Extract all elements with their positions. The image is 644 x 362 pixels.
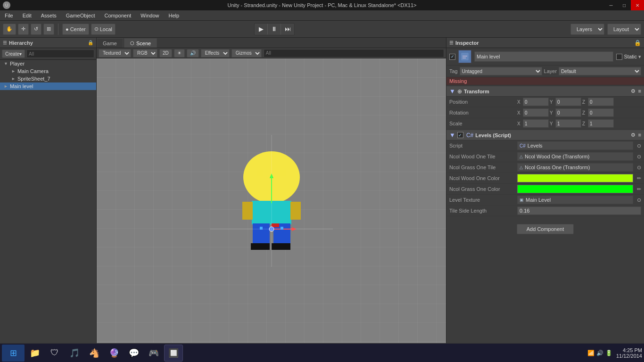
object-active-checkbox[interactable] [449, 54, 455, 60]
battery-icon[interactable]: 🔋 [605, 350, 612, 356]
ncol-wood-color-swatch[interactable] [517, 174, 633, 182]
pause-btn[interactable]: ⏸ [268, 24, 281, 35]
scene-tab[interactable]: ⬡ Scene [124, 38, 157, 48]
textured-select[interactable]: Textured [99, 49, 131, 58]
level-texture-icon: ▣ [520, 197, 524, 202]
inspector-object-row: Static ▾ [446, 48, 644, 66]
menu-window[interactable]: Window [136, 10, 164, 20]
taskbar-app-4[interactable]: 🔮 [105, 345, 124, 362]
levels-settings-icon[interactable]: ⚙ [631, 132, 636, 138]
layout-dropdown[interactable]: Layout [607, 24, 641, 35]
ncol-wood-color-picker[interactable]: ✏ [637, 175, 641, 181]
scene-search[interactable] [264, 49, 444, 58]
clock-date: 11/12/2014 [616, 353, 642, 359]
hand-tool-btn[interactable]: ✋ [3, 24, 16, 35]
hier-item-main-level[interactable]: ► Main level [0, 82, 96, 90]
lighting-btn[interactable]: ☀ [174, 49, 185, 58]
scale-z-label: Z [582, 121, 587, 126]
hier-item-player[interactable]: ▼ Player [0, 60, 96, 67]
taskbar-explorer[interactable]: 📁 [25, 345, 44, 362]
inspector-lock-icon[interactable]: 🔒 [634, 40, 641, 46]
transform-settings-icon[interactable]: ⚙ [631, 88, 636, 94]
pos-y-input[interactable] [555, 98, 581, 106]
transform-actions: ⚙ ≡ [631, 88, 641, 94]
hierarchy-title: Hierarchy [9, 40, 33, 46]
taskbar-app-6[interactable]: 🎮 [144, 345, 163, 362]
audio-btn[interactable]: 🔊 [187, 49, 199, 58]
menu-gameobject[interactable]: GameObject [61, 10, 100, 20]
tag-dropdown[interactable]: Untagged [460, 67, 542, 75]
network-icon[interactable]: 📶 [587, 350, 594, 356]
taskbar-app-2[interactable]: 🎵 [65, 345, 84, 362]
transform-expand-icon[interactable]: ▼ [449, 88, 455, 95]
taskbar-app-3[interactable]: 🐴 [85, 345, 104, 362]
add-component-btn[interactable]: Add Component [517, 224, 574, 234]
pos-z-input[interactable] [588, 98, 614, 106]
object-name-input[interactable] [474, 51, 613, 62]
scale-y-input[interactable] [555, 119, 581, 128]
ncol-grass-color-picker[interactable]: ✏ [637, 186, 641, 192]
minimize-btn[interactable]: ─ [604, 0, 618, 10]
tile-side-input[interactable] [517, 206, 641, 215]
play-btn[interactable]: ▶ [255, 24, 268, 35]
ncol-wood-tile-icon: △ [520, 154, 523, 159]
transform-context-icon[interactable]: ≡ [638, 88, 641, 94]
layers-dropdown[interactable]: Layers [570, 24, 604, 35]
hierarchy-search[interactable] [26, 49, 94, 58]
menu-assets[interactable]: Assets [36, 10, 61, 20]
svg-rect-22 [462, 58, 466, 58]
volume-icon[interactable]: 🔊 [596, 350, 603, 356]
svg-rect-5 [290, 202, 301, 220]
rot-z-input[interactable] [588, 108, 614, 117]
script-link-icon[interactable]: ⊙ [637, 143, 641, 149]
hierarchy-lock-icon[interactable]: 🔒 [88, 40, 93, 45]
rot-y-label: Y [550, 110, 554, 115]
app3-icon: 🐴 [89, 348, 99, 358]
local-btn[interactable]: ⊙ Local [91, 24, 116, 35]
start-button[interactable]: ⊞ [2, 345, 25, 362]
maximize-btn[interactable]: □ [618, 0, 631, 10]
scene-viewport[interactable] [97, 58, 446, 343]
svg-rect-8 [251, 243, 270, 250]
close-btn[interactable]: ✕ [631, 0, 644, 10]
rgb-select[interactable]: RGB [133, 49, 157, 58]
hier-item-spritesheet[interactable]: ► SpriteSheet_7 [0, 75, 96, 82]
level-texture-link[interactable]: ⊙ [637, 197, 641, 203]
menu-file[interactable]: File [0, 10, 18, 20]
svg-rect-2 [280, 170, 286, 176]
layer-dropdown[interactable]: Default [559, 67, 641, 75]
2d-btn[interactable]: 2D [159, 49, 172, 58]
menu-component[interactable]: Component [99, 10, 136, 20]
rot-x-input[interactable] [523, 108, 549, 117]
levels-context-icon[interactable]: ≡ [638, 132, 641, 138]
scale-tool-btn[interactable]: ⊞ [43, 24, 54, 35]
create-btn[interactable]: Create ▾ [2, 49, 25, 58]
scale-label: Scale [449, 121, 515, 126]
menu-edit[interactable]: Edit [18, 10, 36, 20]
hier-sprite-label: SpriteSheet_7 [17, 76, 50, 82]
rotate-tool-btn[interactable]: ↺ [31, 24, 41, 35]
taskbar-unity[interactable]: 🔲 [164, 345, 183, 362]
ncol-grass-tile-link[interactable]: ⊙ [637, 165, 641, 171]
scale-x-input[interactable] [523, 119, 549, 128]
hier-item-main-camera[interactable]: ► Main Camera [0, 67, 96, 75]
levels-active-checkbox[interactable] [457, 132, 463, 138]
scale-z-input[interactable] [588, 119, 614, 128]
static-arrow[interactable]: ▾ [638, 54, 641, 60]
effects-select[interactable]: Effects [201, 49, 230, 58]
step-btn[interactable]: ⏭ [281, 24, 294, 35]
levels-expand-icon[interactable]: ▼ [449, 132, 455, 139]
gizmos-select[interactable]: Gizmos [231, 49, 262, 58]
taskbar-app-1[interactable]: 🛡 [45, 345, 64, 362]
ncol-grass-color-row: Ncol Grass One Color ✏ [446, 184, 644, 195]
pos-x-input[interactable] [523, 98, 549, 106]
static-checkbox[interactable] [616, 54, 622, 60]
game-tab[interactable]: Game [97, 38, 123, 48]
ncol-grass-color-swatch[interactable] [517, 185, 633, 193]
menu-help[interactable]: Help [164, 10, 184, 20]
move-tool-btn[interactable]: ✛ [18, 24, 29, 35]
ncol-wood-tile-link[interactable]: ⊙ [637, 154, 641, 160]
taskbar-app-5[interactable]: 💬 [124, 345, 143, 362]
center-btn[interactable]: ● Center [62, 24, 89, 35]
rot-y-input[interactable] [555, 108, 581, 117]
